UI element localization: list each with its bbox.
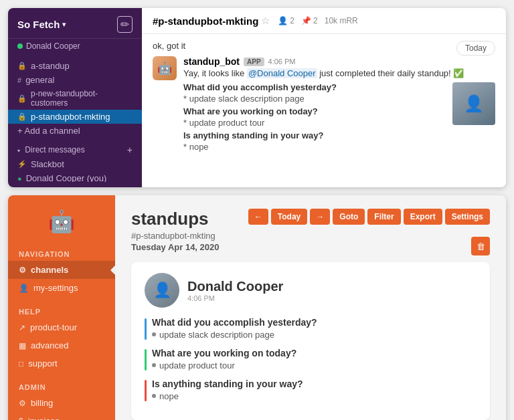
delete-button[interactable]: 🗑	[471, 237, 490, 255]
nav-support[interactable]: □ support	[8, 354, 115, 373]
today-badge: Today	[456, 41, 495, 56]
nav-my-settings[interactable]: 👤 my-settings	[8, 279, 115, 297]
nav-billing[interactable]: ⚙ billing	[8, 394, 115, 412]
slack-channel-general[interactable]: # general	[8, 73, 142, 87]
message-content: standup_bot APP 4:06 PM Yay, it looks li…	[183, 56, 495, 152]
dm-donald[interactable]: ● Donald Cooper (you)	[8, 171, 142, 182]
slack-nav-items: 🔒 a-standup # general 🔒 p-new-standupbot…	[8, 55, 142, 182]
app-badge: APP	[244, 58, 264, 66]
date-nav-area: standups #p-standupbot-mkting Tuesday Ap…	[131, 209, 220, 259]
members-count: 👤 2	[278, 16, 294, 25]
user-dot-icon: ●	[17, 175, 22, 183]
answer-3: nope	[152, 391, 303, 401]
message-time: 4:06 PM	[268, 58, 296, 66]
nav-invoices[interactable]: $ invoices	[8, 412, 115, 420]
next-button[interactable]: →	[310, 209, 330, 225]
slack-channel-a-standup[interactable]: 🔒 a-standup	[8, 59, 142, 73]
q-header-2: What are you working on today? update pr…	[145, 348, 477, 371]
workspace-chevron-icon: ▾	[62, 21, 66, 28]
direct-messages-section: ▾ Direct messages +	[8, 138, 142, 157]
q-bar-red	[145, 380, 147, 401]
triangle-icon: ▾	[17, 148, 20, 154]
user-display-name: Donald Cooper	[26, 41, 80, 51]
standup-bot-message: 🤖 standup_bot APP 4:06 PM Yay, it looks …	[153, 56, 495, 152]
channel-name-header: #p-standupbot-mkting ☆	[153, 15, 270, 27]
person-icon: 👤	[278, 16, 288, 25]
nav-product-tour[interactable]: ↗ product-tour	[8, 318, 115, 336]
settings-button[interactable]: Settings	[445, 209, 490, 225]
navigation-label: NAVIGATION	[8, 247, 115, 261]
slackbot-icon: ⚡	[17, 160, 27, 169]
nav-advanced[interactable]: ▦ advanced	[8, 336, 115, 354]
navigation-section: NAVIGATION ⚙ channels 👤 my-settings	[8, 242, 115, 300]
page-title: standups	[131, 209, 220, 229]
user-mention: @Donald Cooper	[247, 68, 317, 78]
add-channel-link[interactable]: + Add a channel	[8, 124, 142, 138]
bot-intro-text: Yay, it looks like @Donald Cooper just c…	[183, 68, 495, 78]
lock-icon: 🔒	[17, 62, 27, 70]
user-name-block: Donald Cooper 4:06 PM	[187, 279, 283, 302]
slack-sidebar-header: So Fetch ▾ ✏	[8, 8, 142, 39]
user-avatar: 👤	[145, 273, 179, 308]
channel-meta: 👤 2 📌 2 10k mRR	[278, 16, 357, 25]
avatar-inner: 👤	[145, 273, 179, 308]
invoices-icon: $	[19, 417, 23, 421]
advanced-icon: ▦	[19, 341, 26, 350]
q-header-3: Is anything standing in your way? nope	[145, 379, 477, 401]
add-dm-icon[interactable]: +	[127, 144, 133, 155]
tour-icon: ↗	[19, 323, 25, 332]
question-block-1: What did you accomplish yesterday? updat…	[145, 317, 477, 340]
channel-header: #p-standupbot-mkting ☆ 👤 2 📌 2 10k mRR	[142, 8, 506, 34]
app-toolbar: ← Today → Goto Filter Export Settings	[248, 209, 490, 225]
q-bar-green	[145, 349, 147, 371]
star-icon[interactable]: ☆	[261, 15, 270, 27]
filter-button[interactable]: Filter	[367, 209, 400, 225]
bullet-dot	[152, 332, 156, 336]
bot-avatar: 🤖	[153, 56, 177, 80]
dm-slackbot[interactable]: ⚡ Slackbot	[8, 157, 142, 171]
support-icon: □	[19, 359, 23, 369]
slack-main: #p-standupbot-mkting ☆ 👤 2 📌 2 10k mRR o…	[142, 8, 506, 187]
standup-card: 👤 Donald Cooper 4:06 PM What did you acc…	[131, 262, 490, 420]
user-status: Donald Cooper	[8, 39, 142, 55]
standup-questions-block: What did you accomplish yesterday? * upd…	[183, 82, 495, 152]
question-block-3: Is anything standing in your way? nope	[145, 379, 477, 401]
user-photo: 👤	[452, 82, 495, 125]
slack-channel-p-mkting[interactable]: 🔒 p-standupbot-mkting	[8, 110, 142, 124]
slack-panel: So Fetch ▾ ✏ Donald Cooper 🔒 a-standup #…	[8, 8, 506, 187]
q-bar-blue	[145, 318, 147, 340]
hash-icon: #	[17, 76, 21, 84]
trash-icon: 🗑	[477, 241, 485, 251]
pins-count: 📌 2	[301, 16, 318, 25]
help-label: HELP	[8, 305, 115, 318]
slack-channel-p-new[interactable]: 🔒 p-new-standupbot-customers	[8, 87, 142, 110]
user-display-name: Donald Cooper	[187, 279, 283, 294]
app-sidebar: 🤖 NAVIGATION ⚙ channels 👤 my-settings HE…	[8, 195, 115, 420]
bullet-dot-2	[152, 363, 156, 367]
slack-sidebar: So Fetch ▾ ✏ Donald Cooper 🔒 a-standup #…	[8, 8, 142, 187]
help-section: HELP ↗ product-tour ▦ advanced □ support	[8, 300, 115, 375]
question-block-2: What are you working on today? update pr…	[145, 348, 477, 371]
plain-message: ok, got it	[153, 41, 495, 51]
prev-button[interactable]: ←	[248, 209, 268, 225]
today-button[interactable]: Today	[271, 209, 307, 225]
online-status-dot	[17, 43, 23, 49]
q-header-1: What did you accomplish yesterday? updat…	[145, 317, 477, 340]
admin-label: ADMIN	[8, 381, 115, 394]
message-rate: 10k mRR	[325, 16, 358, 25]
goto-button[interactable]: Goto	[333, 209, 365, 225]
lock-icon-3: 🔒	[17, 112, 27, 121]
export-button[interactable]: Export	[404, 209, 442, 225]
admin-section: ADMIN ⚙ billing $ invoices	[8, 375, 115, 420]
pin-icon: 📌	[301, 16, 311, 25]
workspace-name[interactable]: So Fetch ▾	[17, 19, 66, 30]
page-subtitle: #p-standupbot-mkting	[131, 231, 220, 241]
app-main: standups #p-standupbot-mkting Tuesday Ap…	[115, 195, 506, 420]
message-sender: standup_bot APP 4:06 PM	[183, 56, 495, 67]
app-panel: 🤖 NAVIGATION ⚙ channels 👤 my-settings HE…	[8, 195, 506, 420]
toolbar-right: ← Today → Goto Filter Export Settings 🗑	[248, 209, 490, 259]
lock-icon-2: 🔒	[17, 94, 27, 103]
user-header: 👤 Donald Cooper 4:06 PM	[145, 273, 477, 308]
nav-channels[interactable]: ⚙ channels	[8, 261, 115, 279]
compose-icon[interactable]: ✏	[117, 16, 133, 33]
